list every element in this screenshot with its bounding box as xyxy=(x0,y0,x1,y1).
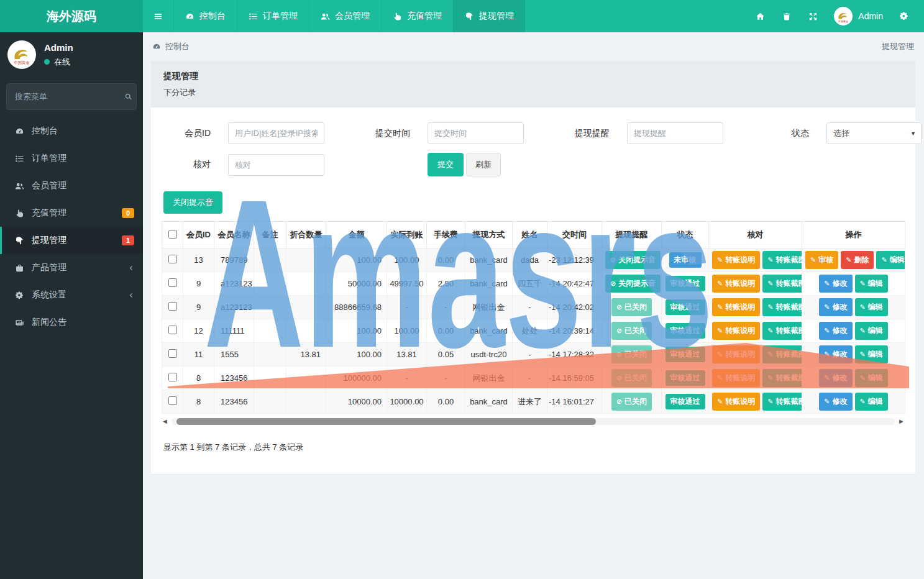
op-button[interactable]: ✎修改 xyxy=(819,345,852,363)
brand-logo[interactable]: 海外源码 xyxy=(0,0,143,32)
column-header: 会员名称 xyxy=(214,222,254,248)
row-checkbox[interactable] xyxy=(168,326,177,334)
sidebar-item-products[interactable]: 产品管理 xyxy=(0,254,143,281)
gears-icon xyxy=(14,291,25,300)
home-icon[interactable] xyxy=(747,12,774,21)
status-select[interactable]: 选择 ▾ xyxy=(826,122,922,144)
sidebar-item-news[interactable]: 新闻公告 xyxy=(0,309,143,336)
page-title: 提现管理 xyxy=(163,71,903,82)
row-checkbox[interactable] xyxy=(168,302,177,311)
row-checkbox[interactable] xyxy=(168,373,177,381)
remind-toggle-button[interactable]: ⊘已关闭 xyxy=(611,393,652,411)
card-header: 提现管理 下分记录 xyxy=(151,61,915,107)
check-input[interactable] xyxy=(228,154,324,176)
check-button[interactable]: ✎转账截图 xyxy=(762,275,802,293)
remind-toggle-button[interactable]: ⊘已关闭 xyxy=(611,369,652,387)
op-button[interactable]: ✎编辑 xyxy=(855,393,888,411)
op-button[interactable]: ✎编辑 xyxy=(855,322,888,340)
nav-item-dashboard[interactable]: 控制台 xyxy=(173,0,237,32)
op-button[interactable]: ✎修改 xyxy=(819,322,852,340)
sidebar-item-settings[interactable]: 系统设置 xyxy=(0,281,143,309)
op-button[interactable]: ✎修改 xyxy=(819,275,852,293)
sidebar-item-recharge[interactable]: 充值管理 0 xyxy=(0,199,143,227)
member-id-input[interactable] xyxy=(228,122,324,144)
check-button[interactable]: ✎转账截图 xyxy=(762,322,802,340)
hand-down-icon xyxy=(14,236,25,245)
fee: 2.50 xyxy=(427,272,465,296)
op-button[interactable]: ✎编辑 xyxy=(855,275,888,293)
nav-item-members[interactable]: 会员管理 xyxy=(309,0,381,32)
remind-toggle-button[interactable]: ⊘已关闭 xyxy=(611,298,652,316)
op-button[interactable]: ✎修改 xyxy=(819,298,852,316)
row-checkbox[interactable] xyxy=(168,349,177,358)
trash-icon[interactable] xyxy=(774,12,800,21)
submit-button[interactable]: 提交 xyxy=(428,153,464,176)
submit-time: -14 20:42:47 xyxy=(547,272,602,296)
check-button[interactable]: ✎转账截图 xyxy=(762,345,802,363)
pencil-icon: ✎ xyxy=(860,375,866,381)
check-button[interactable]: ✎转账截图 xyxy=(762,251,802,269)
check-button[interactable]: ✎转账截图 xyxy=(762,393,802,411)
remind-toggle-button[interactable]: ⊘已关闭 xyxy=(611,322,652,340)
check-button[interactable]: ✎转账说明 xyxy=(712,251,760,269)
avatar: 中国黄金 xyxy=(7,40,36,69)
sidebar-search-input[interactable] xyxy=(15,92,124,101)
scroll-left-arrow[interactable]: ◄ xyxy=(162,418,168,425)
check-button[interactable]: ✎转账截图 xyxy=(762,369,802,387)
op-button[interactable]: ✎编辑 xyxy=(855,298,888,316)
row-checkbox[interactable] xyxy=(168,396,177,405)
check-button[interactable]: ✎转账说明 xyxy=(712,345,760,363)
ban-icon: ⊘ xyxy=(616,327,622,334)
op-button[interactable]: ✎审核 xyxy=(805,251,838,269)
refresh-button[interactable]: 刷新 xyxy=(466,153,501,176)
check-button[interactable]: ✎转账截图 xyxy=(762,298,802,316)
sidebar-item-withdraw[interactable]: 提现管理 1 xyxy=(0,227,143,254)
actual-amount: 100.00 xyxy=(387,319,427,343)
member-id: 8 xyxy=(183,390,214,414)
nav-item-withdraw[interactable]: 提现管理 xyxy=(453,0,525,32)
breadcrumb-home[interactable]: 控制台 xyxy=(165,41,190,52)
table-row: 13789789100.00100.000.00bank_carddada-23… xyxy=(162,248,905,272)
op-button[interactable]: ✎删除 xyxy=(841,251,874,269)
mute-sound-button[interactable]: 关闭提示音 xyxy=(163,191,222,214)
actual-amount: 13.81 xyxy=(387,343,427,367)
remind-toggle-button[interactable]: ⊘已关闭 xyxy=(611,345,652,363)
status-badge: 审核通过 xyxy=(666,347,705,362)
row-checkbox[interactable] xyxy=(168,278,177,287)
op-button[interactable]: ✎修改 xyxy=(819,393,852,411)
sidebar-item-members[interactable]: 会员管理 xyxy=(0,172,143,199)
select-all-checkbox[interactable] xyxy=(168,230,177,239)
gears-icon[interactable] xyxy=(890,11,918,21)
sidebar-item-label: 提现管理 xyxy=(32,235,66,246)
op-button[interactable]: ✎编辑 xyxy=(855,345,888,363)
sidebar-item-orders[interactable]: 订单管理 xyxy=(0,145,143,172)
payee-name: 处处 xyxy=(513,319,547,343)
table-row: 9a12312350000.0049997.502.50bank_card四五千… xyxy=(162,272,905,296)
user-menu[interactable]: 中国黄金 Admin xyxy=(826,7,890,25)
check-button[interactable]: ✎转账说明 xyxy=(712,298,760,316)
op-button[interactable]: ✎修改 xyxy=(819,369,852,387)
nav-item-recharge[interactable]: 充值管理 xyxy=(381,0,453,32)
scroll-right-arrow[interactable]: ► xyxy=(898,418,905,425)
remind-input[interactable] xyxy=(627,122,723,144)
check-button[interactable]: ✎转账说明 xyxy=(712,275,760,293)
scrollbar-thumb[interactable] xyxy=(176,418,596,425)
search-icon[interactable] xyxy=(124,93,133,101)
scrollbar-track[interactable] xyxy=(172,418,895,425)
withdraw-card: 提现管理 下分记录 会员ID 提交时间 提现提醒 状态 xyxy=(151,61,915,474)
check-button[interactable]: ✎转账说明 xyxy=(712,393,760,411)
op-button[interactable]: ✎编辑 xyxy=(855,369,888,387)
member-name: 789789 xyxy=(214,248,254,272)
op-button[interactable]: ✎编辑 xyxy=(876,251,905,269)
remind-toggle-button[interactable]: ⊘关闭提示音 xyxy=(605,275,661,293)
row-checkbox[interactable] xyxy=(168,255,177,263)
remind-toggle-button[interactable]: ⊘关闭提示音 xyxy=(605,251,661,269)
submit-time-input[interactable] xyxy=(428,122,524,144)
check-button[interactable]: ✎转账说明 xyxy=(712,369,760,387)
nav-item-orders[interactable]: 订单管理 xyxy=(237,0,309,32)
check-button[interactable]: ✎转账说明 xyxy=(712,322,760,340)
fullscreen-icon[interactable] xyxy=(800,12,826,21)
main-content: 控制台 提现管理 提现管理 下分记录 会员ID 提交时间 提现提醒 xyxy=(143,32,924,579)
sidebar-toggle-button[interactable] xyxy=(143,0,173,32)
sidebar-item-dashboard[interactable]: 控制台 xyxy=(0,117,143,145)
